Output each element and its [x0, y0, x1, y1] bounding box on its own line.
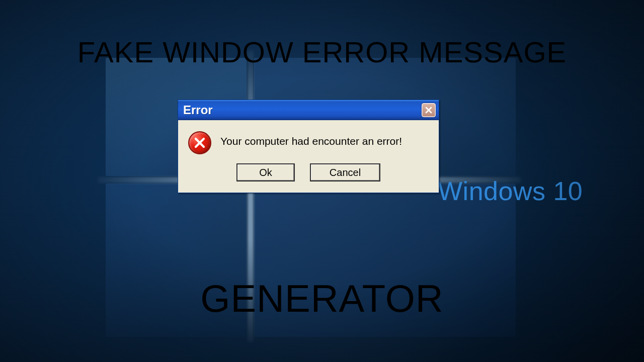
- dialog-button-row: Ok Cancel: [178, 159, 439, 193]
- ok-button[interactable]: Ok: [236, 163, 295, 182]
- close-button[interactable]: [422, 103, 436, 117]
- error-icon: [188, 131, 211, 154]
- close-icon: [425, 106, 433, 114]
- caption-bottom: GENERATOR: [200, 277, 443, 320]
- cancel-button[interactable]: Cancel: [310, 163, 380, 182]
- error-dialog: Error Your computer had encounter an err…: [178, 100, 439, 193]
- brand-label: Windows 10: [438, 176, 583, 206]
- dialog-titlebar[interactable]: Error: [178, 100, 439, 120]
- dialog-message: Your computer had encounter an error!: [220, 131, 402, 147]
- dialog-title: Error: [183, 103, 422, 117]
- dialog-body: Your computer had encounter an error!: [178, 120, 439, 159]
- caption-top: FAKE WINDOW ERROR MESSAGE: [77, 35, 567, 69]
